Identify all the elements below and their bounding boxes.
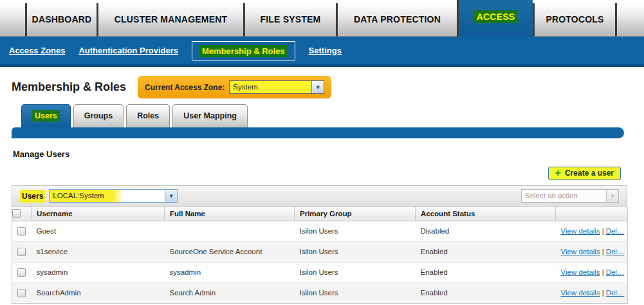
select-all-checkbox[interactable] xyxy=(12,209,21,217)
cell-full-name: SourceOne Service Account xyxy=(165,241,295,262)
users-table: Username Full Name Primary Group Account… xyxy=(12,207,628,304)
column-header-account-status[interactable]: Account Status xyxy=(416,207,556,221)
column-header-username[interactable]: Username xyxy=(32,207,165,221)
tab-users[interactable]: Users xyxy=(21,104,71,127)
cell-username: Guest xyxy=(32,221,165,241)
column-header-primary-group[interactable]: Primary Group xyxy=(295,207,416,221)
link-separator: | xyxy=(602,289,604,297)
top-tab-protocols[interactable]: PROTOCOLS xyxy=(533,3,615,37)
table-row: SearchAdmin Search Admin Isilon Users En… xyxy=(12,282,628,303)
users-filter-label: Users xyxy=(20,190,45,203)
cell-username: SearchAdmin xyxy=(32,282,165,303)
tab-user-mapping[interactable]: User Mapping xyxy=(172,104,248,127)
view-details-link[interactable]: View details xyxy=(561,227,600,235)
cell-account-status: Enabled xyxy=(416,282,556,303)
page-title: Membership & Roles xyxy=(12,80,126,94)
subnav-authentication-providers[interactable]: Authentication Providers xyxy=(78,46,178,55)
tab-groups[interactable]: Groups xyxy=(73,104,124,127)
top-tab-access-label: ACCESS xyxy=(474,10,518,23)
row-checkbox[interactable] xyxy=(17,248,26,256)
cell-full-name: sysadmin xyxy=(165,262,295,282)
active-tab-underline-bar xyxy=(12,127,624,138)
content-tab-strip: Users Groups Roles User Mapping xyxy=(0,104,644,127)
create-user-row: + Create a user xyxy=(0,167,621,180)
subnav-membership-roles[interactable]: Membership & Roles xyxy=(192,41,295,60)
link-separator: | xyxy=(602,248,604,255)
delete-link[interactable]: Del… xyxy=(606,289,625,297)
view-details-link[interactable]: View details xyxy=(561,248,600,255)
secondary-navigation: Access Zones Authentication Providers Me… xyxy=(0,37,644,67)
users-provider-selected-value: LOCAL:System xyxy=(50,190,165,202)
cell-full-name xyxy=(165,221,295,241)
current-access-zone-box: Current Access Zone: System ▾ xyxy=(138,76,331,98)
tab-roles[interactable]: Roles xyxy=(126,104,170,127)
view-details-link[interactable]: View details xyxy=(561,289,600,297)
bulk-action-placeholder: Select an action xyxy=(522,190,606,202)
top-tab-partial-right xyxy=(615,3,644,37)
table-row: s1service SourceOne Service Account Isil… xyxy=(12,241,628,262)
row-checkbox[interactable] xyxy=(17,289,26,297)
cell-username: sysadmin xyxy=(32,262,165,282)
top-tab-dashboard[interactable]: DASHBOARD xyxy=(25,3,97,37)
link-separator: | xyxy=(602,268,604,276)
cell-primary-group: Isilon Users xyxy=(295,241,416,262)
column-header-full-name[interactable]: Full Name xyxy=(165,207,295,221)
top-tab-file-system[interactable]: FILE SYSTEM xyxy=(243,3,336,37)
users-provider-select[interactable]: LOCAL:System ▾ xyxy=(49,189,178,203)
cell-actions: View details|Del… xyxy=(556,282,628,303)
cell-primary-group: Isilon Users xyxy=(295,262,416,282)
row-checkbox[interactable] xyxy=(17,268,26,277)
cell-full-name: Search Admin xyxy=(165,282,295,303)
delete-link[interactable]: Del… xyxy=(606,268,625,276)
row-checkbox[interactable] xyxy=(17,227,26,236)
cell-actions: View details|Del… xyxy=(556,262,628,282)
subnav-settings[interactable]: Settings xyxy=(309,46,342,55)
subnav-access-zones[interactable]: Access Zones xyxy=(9,46,65,55)
view-details-link[interactable]: View details xyxy=(561,268,600,276)
chevron-down-icon: ▾ xyxy=(165,190,177,202)
access-zone-select[interactable]: System ▾ xyxy=(229,80,324,94)
create-user-button-label: Create a user xyxy=(565,169,614,178)
top-navigation: DASHBOARD CLUSTER MANAGEMENT FILE SYSTEM… xyxy=(0,0,644,37)
cell-actions: View details|Del… xyxy=(556,241,628,262)
delete-link[interactable]: Del… xyxy=(606,227,625,235)
top-tab-partial-left xyxy=(0,3,25,37)
cell-actions: View details|Del… xyxy=(556,221,628,241)
manage-users-heading: Manage Users xyxy=(13,149,644,159)
delete-link[interactable]: Del… xyxy=(606,248,625,255)
page-header: Membership & Roles Current Access Zone: … xyxy=(0,75,644,99)
table-row: sysadmin sysadmin Isilon Users Enabled V… xyxy=(12,262,628,282)
current-access-zone-label: Current Access Zone: xyxy=(145,83,225,92)
chevron-down-icon: ▾ xyxy=(606,190,618,202)
top-tab-access[interactable]: ACCESS xyxy=(457,0,533,37)
table-row: Guest Isilon Users Disabled View details… xyxy=(12,221,628,241)
top-tab-cluster-management[interactable]: CLUSTER MANAGEMENT xyxy=(97,3,243,37)
plus-icon: + xyxy=(555,168,561,178)
users-toolbar: Users LOCAL:System ▾ Select an action ▾ xyxy=(12,185,627,207)
link-separator: | xyxy=(602,227,604,235)
cell-account-status: Enabled xyxy=(416,262,556,282)
column-header-actions xyxy=(556,207,628,221)
table-header-row: Username Full Name Primary Group Account… xyxy=(12,207,628,221)
chevron-down-icon: ▾ xyxy=(311,81,324,93)
bulk-action-select[interactable]: Select an action ▾ xyxy=(521,189,619,203)
subnav-membership-roles-label: Membership & Roles xyxy=(199,45,288,57)
access-zone-selected-value: System xyxy=(230,81,311,93)
cell-account-status: Enabled xyxy=(416,241,556,262)
top-tab-data-protection[interactable]: DATA PROTECTION xyxy=(336,3,457,37)
cell-primary-group: Isilon Users xyxy=(295,282,416,303)
cell-username: s1service xyxy=(32,241,165,262)
create-user-button[interactable]: + Create a user xyxy=(548,167,621,180)
cell-primary-group: Isilon Users xyxy=(295,221,416,241)
cell-account-status: Disabled xyxy=(416,221,556,241)
tab-users-label: Users xyxy=(32,110,60,122)
